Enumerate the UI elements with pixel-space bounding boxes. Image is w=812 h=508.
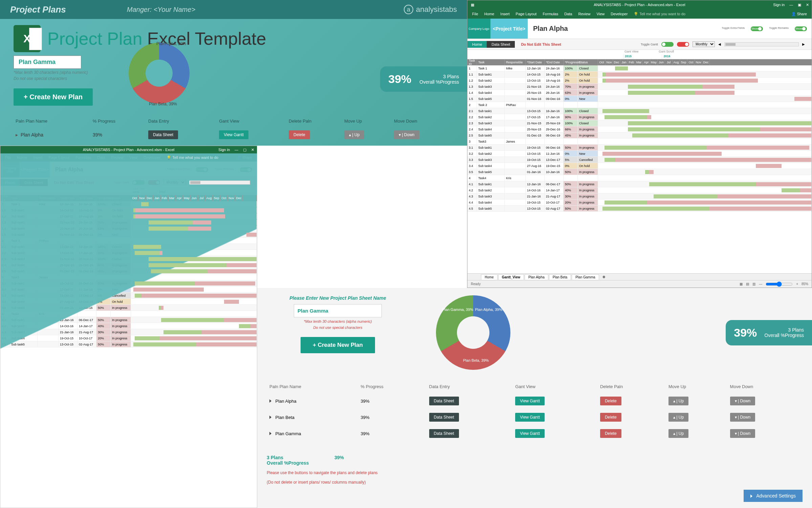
move-up-button[interactable]: ▴ | Up <box>668 397 688 405</box>
gantt-row[interactable]: 3.4Sub task427-Aug-1619-Dec-150%On hold <box>467 163 812 169</box>
gantt-row[interactable]: 1.2Sub task213-Oct-1518-Aug-162%On hold <box>467 78 812 84</box>
signin-link-lg[interactable]: Sign in <box>773 3 785 7</box>
gantt-row[interactable]: 4.4Sub task419-Oct-1510-Oct-1720%In prog… <box>0 335 257 341</box>
ribbon-tab[interactable]: Home <box>484 12 494 16</box>
gantt-row[interactable]: 4.2Sub task214-Oct-1614-Jan-1740%In prog… <box>467 187 812 193</box>
delete-button[interactable]: Delete <box>289 130 310 139</box>
move-up-button[interactable]: ▴ | Up <box>344 130 364 139</box>
move-up-button[interactable]: ▴ | Up <box>668 413 688 422</box>
sheet-tab[interactable]: Home <box>481 274 498 280</box>
move-down-button[interactable]: ▾ | Down <box>730 429 755 438</box>
project-title-cell[interactable]: <Project Title> <box>19 162 50 177</box>
nav-datasheet-button-lg[interactable]: Data Sheet <box>487 41 515 48</box>
gantt-row[interactable]: 3.2Sub task213-Oct-1511-Jun-160%New <box>0 287 257 293</box>
scroll-next[interactable]: ▶ <box>802 42 805 46</box>
nav-home-button[interactable]: Home <box>0 179 20 186</box>
maximize-icon[interactable]: ▢ <box>243 148 246 152</box>
gantt-row[interactable]: 4.5Sub task513-Oct-1502-Aug-1750%In prog… <box>467 206 812 212</box>
ribbon-tab[interactable]: View <box>597 12 605 16</box>
project-title-cell-lg[interactable]: <Project Title> <box>490 19 528 39</box>
gantt-row[interactable]: 1.3Sub task321-Nov-1524-Jun-1670%In prog… <box>467 84 812 90</box>
minimize-icon[interactable]: — <box>789 3 793 7</box>
create-plan-button[interactable]: + Create New Plan <box>14 88 93 106</box>
tell-me[interactable]: 💡 Tell me what you want to do <box>634 12 685 16</box>
delete-button[interactable]: Delete <box>600 413 621 422</box>
gantt-row[interactable]: 4Task4Kris <box>467 175 812 181</box>
gantt-row[interactable]: 4.3Sub task321-Jan-1621-Aug-1730%In prog… <box>467 193 812 199</box>
gantt-row[interactable]: 3.1Sub task119-Oct-1506-Dec-1650%In prog… <box>0 280 257 287</box>
period-select[interactable]: Monthly <box>163 179 186 185</box>
signin-link[interactable]: Sign in <box>218 148 230 152</box>
gantt-row[interactable]: 4.4Sub task419-Oct-1510-Oct-1720%In prog… <box>467 199 812 206</box>
dashboard-plan-input[interactable] <box>294 304 382 317</box>
sheet-tab[interactable]: Plan Gamma <box>572 274 599 280</box>
gantt-row[interactable]: 1.2Sub task213-Oct-1518-Aug-162%On hold <box>0 213 257 219</box>
move-down-button[interactable]: ▾ | Down <box>394 130 419 139</box>
datasheet-button[interactable]: Data Sheet <box>429 429 459 438</box>
gantt-row[interactable]: 3.4Sub task427-Aug-1619-Dec-150%On hold <box>0 299 257 305</box>
gantt-row[interactable]: 2.4Sub task425-Nov-1529-Dec-1666%In prog… <box>0 262 257 268</box>
gantt-row[interactable]: 2.2Sub task217-Oct-1517-Jan-1690%In prog… <box>467 114 812 120</box>
toggle-gantt-off-lg[interactable] <box>677 42 689 47</box>
sheet-tab[interactable]: Gantt_View <box>498 274 524 280</box>
delete-button[interactable]: Delete <box>600 429 621 438</box>
ribbon-tab[interactable]: Developer <box>611 12 628 16</box>
gantt-row[interactable]: 4.2Sub task214-Oct-1614-Jan-1740%In prog… <box>0 323 257 329</box>
ribbon-tab[interactable]: Insert <box>500 12 510 16</box>
gantt-row[interactable]: 2Task 2PNRao <box>0 238 257 244</box>
view-gantt-button[interactable]: View Gantt <box>515 413 544 422</box>
gantt-row[interactable]: 1.5Sub task501-Nov-1609-Dec-160%New <box>467 96 812 102</box>
view-gantt-button[interactable]: View Gantt <box>515 397 544 405</box>
gantt-row[interactable]: 1.5Sub task501-Nov-1609-Dec-160%New <box>0 232 257 238</box>
ribbon-tab[interactable]: View <box>130 155 138 160</box>
minimize-icon[interactable]: — <box>235 148 238 152</box>
datasheet-button[interactable]: Data Sheet <box>429 397 459 405</box>
ribbon-tab[interactable]: Formulas <box>75 155 91 160</box>
plan-name-input[interactable] <box>14 56 81 69</box>
gantt-row[interactable]: 2.3Sub task321-Nov-1525-Nov-19100%Closed <box>0 256 257 262</box>
gantt-row[interactable]: 3.1Sub task119-Oct-1506-Dec-1650%In prog… <box>467 145 812 151</box>
gantt-row[interactable]: 3.5Sub task501-Jan-1610-Jan-1650%In prog… <box>0 305 257 311</box>
gantt-row[interactable]: 1Task 1Mike12-Jan-1624-Jan-16100%Closed <box>0 201 257 207</box>
dashboard-create-button[interactable]: + Create New Plan <box>301 337 375 353</box>
gantt-row[interactable]: 2.5Sub task501-Dec-1506-Dec-1945%In prog… <box>467 132 812 139</box>
gantt-row[interactable]: 4Task4Kris <box>0 311 257 317</box>
gantt-row[interactable]: 1.3Sub task321-Nov-1524-Jun-1670%In prog… <box>0 219 257 226</box>
sheet-tab[interactable]: Plan Beta <box>549 274 571 280</box>
view-gantt-button[interactable]: View Gantt <box>219 130 248 139</box>
toggle-gantt-on[interactable] <box>132 180 145 185</box>
ribbon-tab[interactable]: Developer <box>144 155 160 160</box>
gantt-row[interactable]: 3.2Sub task213-Oct-1511-Jun-160%New <box>467 151 812 157</box>
move-down-button[interactable]: ▾ | Down <box>730 397 755 405</box>
view-gantt-button[interactable]: View Gantt <box>515 429 544 438</box>
nav-home-button-lg[interactable]: Home <box>467 41 487 48</box>
gantt-row[interactable]: 4.5Sub task513-Oct-1502-Aug-1750%In prog… <box>0 341 257 347</box>
datasheet-button[interactable]: Data Sheet <box>429 413 459 422</box>
gantt-row[interactable]: 2.5Sub task501-Dec-1506-Dec-1945%In prog… <box>0 268 257 274</box>
gantt-row[interactable]: 1.1Sub task114-Oct-1516-Aug-162%On hold <box>467 71 812 78</box>
move-down-button[interactable]: ▾ | Down <box>730 413 755 422</box>
ribbon-tab[interactable]: Home <box>17 155 27 160</box>
move-up-button[interactable]: ▴ | Up <box>668 429 688 438</box>
share-button[interactable]: 👤 Share <box>237 155 252 160</box>
ribbon-tab[interactable]: Data <box>564 12 572 16</box>
gantt-row[interactable]: 3.3Sub task319-Oct-1513-Dec-175%Cancelle… <box>467 157 812 163</box>
ribbon-tab[interactable]: Formulas <box>543 12 558 16</box>
zoom-slider[interactable] <box>766 281 793 287</box>
view-break-icon[interactable]: ▥ <box>752 282 755 286</box>
gantt-row[interactable]: 3Task3James <box>0 274 257 280</box>
gantt-row[interactable]: 3Task3James <box>467 139 812 145</box>
gantt-row[interactable]: 1.4Sub task425-Nov-1526-Jun-1663%In prog… <box>467 90 812 96</box>
datasheet-button[interactable]: Data Sheet <box>148 130 178 139</box>
close-icon[interactable]: ✕ <box>806 3 809 7</box>
nav-datasheet-button[interactable]: Data Sheet <box>20 179 48 186</box>
gantt-row[interactable]: 2.1Sub task113-Oct-1516-Jan-16100%Closed <box>0 244 257 250</box>
ribbon-tab[interactable]: Insert <box>33 155 43 160</box>
ribbon-tab[interactable]: File <box>5 155 11 160</box>
close-icon[interactable]: ✕ <box>251 148 254 152</box>
gantt-row[interactable]: 2.4Sub task425-Nov-1529-Dec-1666%In prog… <box>467 126 812 132</box>
ribbon-tab[interactable]: Page Layout <box>516 12 537 16</box>
gantt-row[interactable]: 2Task 2PNRao <box>467 102 812 108</box>
advanced-settings-button[interactable]: Advanced Settings <box>744 490 803 502</box>
gantt-row[interactable]: 4.1Sub task112-Jan-1606-Dec-1750%In prog… <box>0 317 257 323</box>
